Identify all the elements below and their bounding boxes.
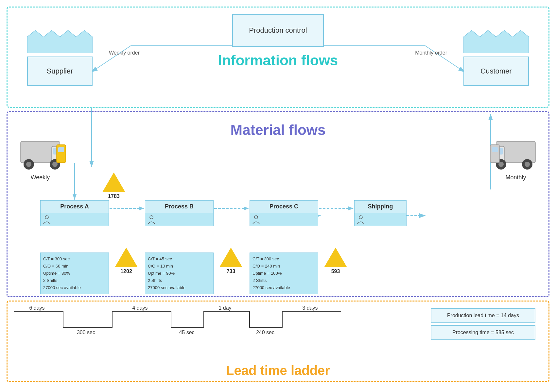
svg-point-22 (498, 162, 504, 167)
info-flows-section: Production control Weekly order Monthly … (7, 7, 549, 108)
svg-rect-24 (492, 147, 498, 152)
inventory-1-value: 1783 (108, 193, 120, 199)
monthly-order-label: Monthly order (415, 50, 447, 56)
lead-time-ladder-svg: 6 days 4 days 1 day 3 days 300 sec 45 se… (14, 305, 341, 351)
material-flows-section: Material flows Weekly (7, 111, 549, 297)
triangle-icon-4 (324, 248, 347, 267)
operator-icon-a (42, 215, 51, 224)
svg-point-28 (359, 216, 362, 219)
inventory-4: 593 (324, 248, 347, 274)
supplier-label: Supplier (47, 67, 73, 75)
triangle-icon-1 (102, 172, 125, 192)
lead-time-section: 6 days 4 days 1 day 3 days 300 sec 45 se… (7, 301, 549, 382)
material-flows-label: Material flows (231, 122, 326, 138)
production-lead-time-label: Production lead time = 14 days (447, 313, 519, 318)
truck-right (490, 132, 542, 172)
process-b-header: Process B (145, 200, 214, 213)
process-a-operator (40, 213, 109, 226)
shipping-operator (354, 213, 407, 226)
svg-point-13 (52, 162, 58, 167)
process-c-header: Process C (250, 200, 318, 213)
customer-box: Customer (463, 57, 529, 86)
svg-text:6 days: 6 days (29, 305, 44, 311)
customer-label: Customer (480, 67, 512, 75)
svg-point-11 (26, 162, 31, 167)
svg-text:4 days: 4 days (132, 305, 148, 311)
inventory-2: 1202 (115, 248, 138, 274)
process-b-operator (145, 213, 214, 226)
truck-left (14, 132, 66, 172)
summary-boxes: Production lead time = 14 days Processin… (431, 308, 535, 340)
production-control-box: Production control (232, 14, 324, 47)
process-c-container: Process C (250, 200, 318, 226)
inventory-3-value: 733 (227, 269, 235, 274)
svg-marker-6 (463, 30, 529, 53)
lead-time-label: Lead time ladder (226, 363, 330, 378)
weekly-order-label: Weekly order (109, 50, 140, 56)
production-control-label: Production control (249, 26, 307, 35)
inventory-1: 1783 (102, 172, 125, 199)
process-b-container: Process B (145, 200, 214, 226)
operator-icon-shipping (356, 215, 365, 224)
inventory-4-value: 593 (331, 269, 340, 274)
svg-text:1 day: 1 day (218, 305, 231, 311)
shipping-header: Shipping (354, 200, 407, 213)
production-lead-time-box: Production lead time = 14 days (431, 308, 535, 323)
svg-rect-15 (58, 147, 64, 152)
svg-point-25 (45, 216, 48, 219)
svg-point-20 (525, 162, 530, 167)
truck-left-label: Weekly (17, 174, 63, 181)
inventory-3: 733 (219, 248, 242, 274)
process-a-header: Process A (40, 200, 109, 213)
inventory-2-value: 1202 (120, 269, 132, 274)
process-a-container: Process A (40, 200, 109, 226)
process-b-info: C/T = 45 sec C/O = 10 min Uptime = 90% 2… (145, 253, 214, 294)
supplier-box: Supplier (27, 57, 93, 86)
info-flows-label: Information flows (218, 52, 338, 69)
shipping-container: Shipping (354, 200, 407, 226)
svg-text:45 sec: 45 sec (179, 330, 194, 335)
process-c-operator (250, 213, 318, 226)
truck-right-label: Monthly (493, 174, 539, 181)
processing-time-label: Processing time = 585 sec (452, 330, 514, 335)
svg-marker-5 (27, 30, 93, 53)
operator-icon-c (252, 215, 261, 224)
process-c-info: C/T = 300 sec C/O = 240 min Uptime = 100… (250, 253, 318, 294)
operator-icon-b (147, 215, 156, 224)
svg-point-26 (150, 216, 153, 219)
triangle-icon-3 (219, 248, 242, 267)
svg-text:3 days: 3 days (302, 305, 318, 311)
main-container: Production control Weekly order Monthly … (7, 7, 549, 385)
svg-text:300 sec: 300 sec (77, 330, 95, 335)
processing-time-box: Processing time = 585 sec (431, 325, 535, 340)
process-a-info: C/T = 300 sec C/O = 60 min Uptime = 80% … (40, 253, 109, 294)
svg-point-27 (254, 216, 258, 219)
factory-icon-left (27, 27, 93, 55)
factory-icon-right (463, 27, 529, 55)
svg-text:240 sec: 240 sec (256, 330, 274, 335)
triangle-icon-2 (115, 248, 138, 267)
